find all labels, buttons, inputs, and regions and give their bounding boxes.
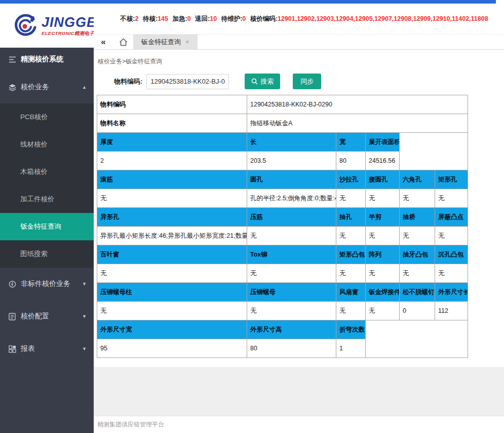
table-header-cell: 抽桥 [400, 208, 435, 227]
table-header-cell: 外形尺寸宽 [97, 320, 247, 339]
sync-button[interactable]: 同步 [293, 74, 321, 89]
table-value-cell: 80 [247, 339, 336, 358]
table-value-cell: 无 [400, 264, 435, 283]
table-header-cell: 压铆螺母 [247, 283, 336, 302]
document-icon [8, 313, 16, 320]
table-value-cell: 2 [97, 152, 247, 170]
table-header-cell: 松不脱螺钉 [400, 283, 435, 302]
table-header-cell: 百叶窗 [97, 245, 247, 264]
sidebar-item-pricing-config[interactable]: 核价配置 ▼ [0, 300, 94, 333]
table-header-cell: 风扇窗 [336, 283, 366, 302]
circle-bolt-icon [8, 280, 16, 288]
sidebar-item-machined-parts-pricing[interactable]: 加工件核价 [0, 186, 94, 213]
status-pair: 待核:145 [143, 15, 168, 22]
table-value-cell: 无 [247, 227, 336, 245]
table-header-cell: 异形孔 [97, 208, 247, 227]
table-header-cell: 六角孔 [400, 170, 435, 189]
close-icon[interactable]: × [185, 38, 189, 46]
sidebar-item-sheetmetal-feature-query[interactable]: 钣金特征查询 [0, 213, 94, 240]
breadcrumb: 核价业务>钣金特征查询 [98, 57, 504, 66]
table-row: 无无无无0112 [97, 302, 468, 320]
sidebar-system-title[interactable]: 精测核价系统 [0, 48, 94, 71]
table-value-cell: 无 [97, 264, 247, 283]
table-row: 滚筋圆孔沙拉孔腰圆孔六角孔矩形孔 [97, 170, 468, 189]
table-value-cell: 无 [366, 302, 400, 320]
table-header-cell: 圆孔 [247, 170, 336, 189]
chevron-up-icon: ▲ [82, 85, 87, 90]
table-value-cell: 无 [247, 302, 336, 320]
table-value-cell: 无 [366, 227, 400, 245]
tab-sheetmetal-feature-query[interactable]: 钣金特征查询 × [133, 34, 198, 49]
chevron-down-icon: ▼ [82, 314, 87, 319]
table-value-cell: 0 [400, 302, 435, 320]
menu-lines-icon [8, 56, 16, 63]
sidebar-item-wire-pricing[interactable]: 线材核价 [0, 131, 94, 158]
chevron-down-icon: ▼ [82, 346, 87, 351]
sidebar-item-pcb-pricing[interactable]: PCB核价 [0, 103, 94, 131]
material-code-input[interactable] [146, 74, 229, 89]
table-header-cell: 屏蔽凸点 [435, 208, 468, 227]
table-value-cell: 80 [336, 152, 366, 170]
table-header-cell: 外形尺寸长 [435, 283, 468, 302]
left-column: JINGGE ELECTRONIC精测电子 精测核价系统 核价业务 ▲ [0, 4, 94, 433]
sidebar-group-label: 核价配置 [21, 312, 77, 321]
table-row: 压铆螺母柱压铆螺母风扇窗钣金焊接件松不脱螺钉外形尺寸长 [97, 283, 468, 302]
main-content: 核价业务>钣金特征查询 物料编码: 搜索 同步 [94, 50, 504, 367]
footer-text: 精测集团供应链管理平台 [97, 420, 164, 429]
table-row: 物料名称拖链移动钣金A [97, 114, 468, 133]
table-value-cell: 24516.56 [366, 152, 400, 170]
table-header-cell: 厚度 [97, 133, 247, 152]
sidebar-item-drawing-search[interactable]: 图纸搜索 [0, 240, 94, 268]
sidebar-item-nonstandard-pricing[interactable]: 非标件核价业务 ▼ [0, 268, 94, 300]
table-header-cell: 抽孔 [336, 208, 366, 227]
table-row: 厚度长宽展开表面积 [97, 133, 468, 152]
table-value-cell: 无 [336, 264, 366, 283]
table-header-cell: 矩形凸包 [336, 245, 366, 264]
app-frame: JINGGE ELECTRONIC精测电子 精测核价系统 核价业务 ▲ [0, 4, 504, 433]
logo-brand-text: JINGGE [42, 16, 96, 29]
table-value-cell: 无 [400, 227, 435, 245]
sidebar-group-label: 核价业务 [21, 83, 77, 92]
table-header-cell: 折弯次数 [336, 320, 366, 339]
table-value-cell: 112 [435, 302, 468, 320]
table-blank-cell [366, 320, 468, 358]
status-pair: 加急:0 [172, 15, 190, 22]
table-header-cell: 宽 [336, 133, 366, 152]
table-value-cell: 异形孔最小矩形长度:46;异形孔最小矩形宽度:21;数量:1 [97, 227, 247, 245]
logo-icon [14, 14, 37, 38]
table-value-cell: 无 [336, 302, 366, 320]
table-header-cell: 长 [247, 133, 336, 152]
table-header-cell: 滚筋 [97, 170, 247, 189]
page-background [94, 367, 504, 416]
search-bar: 物料编码: 搜索 同步 [97, 74, 504, 89]
table-row: 无无无无无无 [97, 264, 468, 283]
table-header-cell: 抽牙凸包 [400, 245, 435, 264]
sidebar-group-label: 报表 [21, 344, 77, 353]
table-value-cell: 无 [435, 189, 468, 208]
table-row: 外形尺寸宽外形尺寸高折弯次数 [97, 320, 468, 339]
main-column: 不核:2 待核:145 加急:0 退回:10 待维护:0 核价编码:12901,… [94, 4, 504, 433]
table-value-cell: 无 [247, 264, 336, 283]
table-value-cell: 203.5 [247, 152, 336, 170]
table-value-cell: 1 [336, 339, 366, 358]
table-value-cell: 无 [97, 189, 247, 208]
header-status-bar: 不核:2 待核:145 加急:0 退回:10 待维护:0 核价编码:12901,… [94, 4, 504, 34]
table-value-cell: 12904253818-KK02-BJ-0290 [247, 95, 468, 114]
table-value-cell: 无 [336, 227, 366, 245]
table-value-cell: 孔的半径:2.5;倒角角度:0;数量:4 [247, 189, 336, 208]
collapse-sidebar-button[interactable]: « [94, 34, 113, 49]
sidebar-item-woodbox-pricing[interactable]: 木箱核价 [0, 158, 94, 186]
sidebar-item-pricing-business[interactable]: 核价业务 ▲ [0, 71, 94, 103]
table-blank-cell [400, 133, 468, 170]
table-header-cell: 矩形孔 [435, 170, 468, 189]
table-value-cell: 无 [435, 227, 468, 245]
search-icon [251, 78, 258, 85]
table-value-cell: 无 [336, 189, 366, 208]
table-header-cell: 阵列 [366, 245, 400, 264]
table-header-cell: 沙拉孔 [336, 170, 366, 189]
status-pair: 退回:10 [195, 15, 217, 22]
home-icon[interactable] [113, 34, 133, 49]
table-header-cell: 展开表面积 [366, 133, 400, 152]
sidebar-item-reports[interactable]: 报表 ▼ [0, 333, 94, 365]
search-button[interactable]: 搜索 [245, 74, 280, 89]
